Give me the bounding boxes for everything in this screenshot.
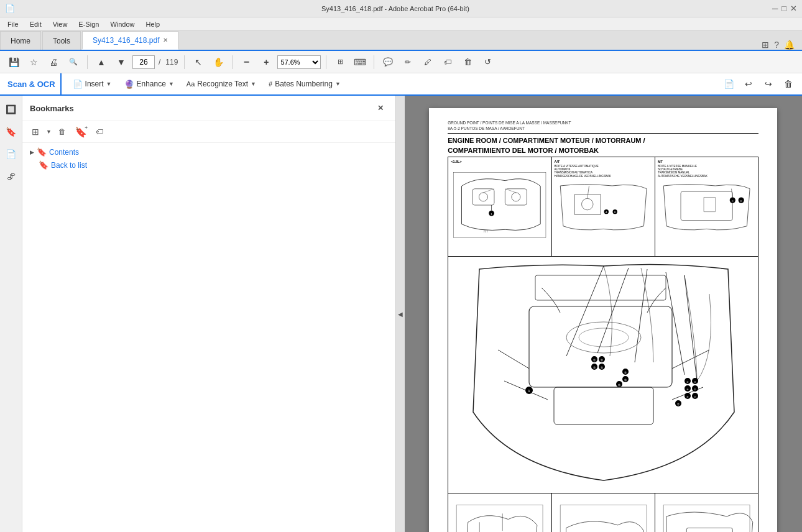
separator-1	[87, 55, 88, 69]
diagram-cell-18l: <1.8L>	[448, 157, 551, 256]
prev-page-button[interactable]: ▲	[93, 53, 110, 71]
close-panel-icon[interactable]: ✕	[373, 101, 388, 116]
recognize-dropdown-arrow: ▼	[251, 81, 256, 87]
insert-button[interactable]: 📄 Insert ▼	[68, 76, 117, 92]
select-tool-button[interactable]: ↖	[190, 53, 207, 71]
comment-button[interactable]: 💬	[379, 53, 397, 71]
recognize-icon: Aa	[187, 80, 195, 88]
window-title: Sy413_416_418.pdf - Adobe Acrobat Pro (6…	[19, 5, 772, 12]
zoom-select[interactable]: 57.6% 50% 75% 100% 125% 150%	[277, 55, 321, 69]
bates-dropdown-arrow: ▼	[335, 81, 341, 87]
bottom-right-sketch	[658, 496, 755, 532]
cell-18l-sketch: 1 777	[451, 165, 548, 245]
menu-help[interactable]: Help	[141, 19, 165, 29]
svg-rect-81	[686, 528, 732, 532]
bookmark-contents[interactable]: ▶ 🔖 Contents	[22, 145, 395, 158]
menu-file[interactable]: File	[2, 19, 24, 29]
menu-esign[interactable]: E-Sign	[73, 19, 104, 29]
bates-button[interactable]: # Bates Numbering ▼	[264, 76, 346, 92]
add-bookmark-btn[interactable]: 🔖+	[73, 124, 89, 140]
svg-text:④: ④	[686, 388, 689, 391]
pdf-area[interactable]: GROUND POINT / POINTS DE MISE A LA MASSE…	[405, 96, 803, 532]
bookmark-button[interactable]: ☆	[25, 53, 42, 71]
ocr-delete-button[interactable]: 🗑	[780, 75, 797, 93]
pdf-header-line2: 8A-5-2 PUNTOS DE MASA / AARDEFUNT	[448, 126, 758, 131]
hand-tool-button[interactable]: ✋	[210, 53, 227, 71]
recognize-button[interactable]: Aa Recognize Text ▼	[182, 76, 261, 92]
cell-mt-sketch: C D	[658, 178, 755, 240]
tab-bar-browse-icon[interactable]: ⊞	[762, 40, 769, 50]
sidebar-header: Bookmarks ✕	[22, 96, 395, 121]
diagram-cell-bottom-right	[655, 493, 758, 532]
ocr-toolbar: Scan & OCR 📄 Insert ▼ 🔮 Enhance ▼ Aa Rec…	[0, 73, 802, 96]
cell-at-sketch: A B	[555, 178, 652, 240]
svg-line-6	[505, 188, 516, 192]
tab-tools[interactable]: Tools	[42, 31, 81, 50]
tab-pdf[interactable]: Sy413_416_418.pdf ✕	[82, 31, 178, 50]
insert-dropdown-arrow: ▼	[106, 81, 112, 87]
pdf-title: ENGINE ROOM / COMPARTIMENT MOTEUR / MOTO…	[448, 136, 758, 145]
menu-window[interactable]: Window	[105, 19, 139, 29]
sidebar-icon-bookmarks[interactable]: 🔖	[2, 123, 20, 140]
sidebar-icon-attachments[interactable]: 🖇	[2, 168, 20, 185]
ocr-redo-button[interactable]: ↪	[760, 75, 777, 93]
tab-bar-alert-icon[interactable]: 🔔	[784, 40, 795, 50]
diagram-top-row: <1.8L>	[448, 157, 758, 257]
stamp-button[interactable]: 🏷	[439, 53, 456, 71]
back-to-list-bookmark-icon: 🔖	[39, 160, 48, 170]
svg-rect-18	[681, 191, 732, 220]
tag-bookmark-btn[interactable]: 🏷	[91, 124, 108, 140]
pdf-title-line	[448, 133, 758, 134]
undo-button[interactable]: ↺	[479, 53, 496, 71]
svg-point-3	[479, 192, 488, 201]
menu-edit[interactable]: Edit	[25, 19, 47, 29]
close-icon[interactable]: ✕	[790, 4, 797, 13]
svg-text:1: 1	[528, 389, 530, 393]
svg-line-34	[672, 350, 709, 369]
enhance-button[interactable]: 🔮 Enhance ▼	[119, 76, 179, 92]
menu-view[interactable]: View	[48, 19, 73, 29]
zoom-out-button[interactable]: −	[237, 53, 255, 71]
expand-arrow: ▶	[30, 149, 34, 155]
layout-btn[interactable]: ⊞	[27, 124, 44, 140]
tab-home[interactable]: Home	[0, 31, 41, 50]
maximize-icon[interactable]: □	[781, 4, 786, 13]
svg-text:②: ②	[686, 380, 689, 383]
ink-button[interactable]: 🖊	[419, 53, 436, 71]
layout-dropdown[interactable]: ▼	[46, 129, 52, 135]
highlight-button[interactable]: ✏	[399, 53, 417, 71]
print-button[interactable]: 🖨	[45, 53, 62, 71]
zoom-to-fit-button[interactable]: 🔍	[65, 53, 82, 71]
ocr-doc-icon-button[interactable]: 📄	[720, 75, 737, 93]
svg-text:⑮: ⑮	[624, 371, 627, 374]
svg-rect-1	[472, 188, 494, 204]
measure-button[interactable]: ⊞	[331, 53, 349, 71]
ocr-undo-button[interactable]: ↩	[740, 75, 757, 93]
svg-text:D: D	[740, 200, 742, 203]
delete-bookmark-btn[interactable]: 🗑	[54, 124, 70, 140]
page-number-input[interactable]	[132, 55, 155, 69]
pdf-diagram: <1.8L>	[448, 157, 758, 532]
typewriter-button[interactable]: ⌨	[351, 53, 369, 71]
ocr-label: Scan & OCR	[5, 73, 62, 94]
svg-line-31	[684, 275, 697, 381]
pdf-title2: COMPARTIMIENTO DEL MOTOR / MOTORBAK	[448, 146, 758, 155]
bottom-left-sketch: <1.8L>	[451, 496, 548, 532]
tab-bar: Home Tools Sy413_416_418.pdf ✕ ⊞ ? 🔔	[0, 31, 802, 51]
sidebar-collapse-button[interactable]: ◀	[396, 96, 405, 532]
bookmark-back-to-list[interactable]: 🔖 Back to list	[22, 158, 395, 172]
next-page-button[interactable]: ▼	[113, 53, 130, 71]
zoom-in-button[interactable]: +	[257, 53, 275, 71]
minimize-icon[interactable]: ─	[772, 4, 778, 13]
page-separator: /	[157, 58, 162, 66]
delete-button[interactable]: 🗑	[459, 53, 476, 71]
svg-line-5	[484, 188, 494, 192]
separator-3	[232, 55, 233, 69]
tab-close-icon[interactable]: ✕	[163, 37, 168, 44]
cell-mt-sublabel: BOITE A VITESSE MANUELLESCHALTGETRIEBETR…	[658, 165, 755, 178]
sidebar-icon-pages[interactable]: 📄	[2, 145, 20, 163]
tab-bar-help-icon[interactable]: ?	[774, 40, 779, 50]
separator-4	[326, 55, 326, 69]
sidebar-icon-layers[interactable]: 🔲	[2, 101, 20, 118]
save-button[interactable]: 💾	[5, 53, 22, 71]
